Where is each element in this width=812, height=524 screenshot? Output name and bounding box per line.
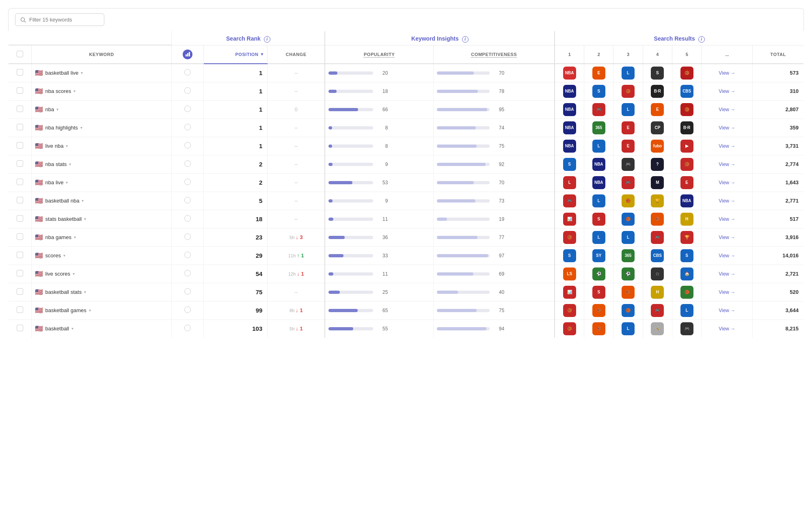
view-link-cell[interactable]: View → bbox=[702, 265, 753, 283]
row-checkbox[interactable] bbox=[17, 142, 23, 149]
app-icon-2[interactable]: NBA bbox=[592, 176, 605, 189]
app-icon-1[interactable]: 🏀 bbox=[563, 231, 576, 244]
app-icon-2-cell[interactable]: SY bbox=[584, 246, 613, 265]
app-icon-1[interactable]: S bbox=[563, 249, 576, 262]
app-icon-4-cell[interactable]: S bbox=[643, 64, 672, 82]
app-icon-1[interactable]: 🏀 bbox=[563, 322, 576, 335]
app-icon-2[interactable]: S bbox=[592, 213, 605, 226]
app-icon-1[interactable]: 🏀 bbox=[563, 304, 576, 317]
app-icon-5[interactable]: H bbox=[680, 213, 693, 226]
view-link-cell[interactable]: View → bbox=[702, 192, 753, 210]
search-box[interactable] bbox=[15, 13, 104, 26]
app-icon-3[interactable]: L bbox=[622, 67, 635, 80]
view-link-cell[interactable]: View → bbox=[702, 155, 753, 173]
app-icon-3[interactable]: E bbox=[622, 140, 635, 153]
app-icon-2-cell[interactable]: 🏀 bbox=[584, 319, 613, 338]
position-col-header[interactable]: POSITION ▼ bbox=[204, 45, 268, 64]
row-checkbox[interactable] bbox=[17, 233, 23, 240]
app-icon-1-cell[interactable]: 📊 bbox=[555, 210, 584, 228]
app-icon-4-cell[interactable]: ? bbox=[643, 155, 672, 173]
app-icon-4[interactable]: S bbox=[651, 67, 664, 80]
app-icon-1-cell[interactable]: S bbox=[555, 155, 584, 173]
app-icon-2[interactable]: S bbox=[592, 85, 605, 98]
app-icon-4[interactable]: 🎮 bbox=[651, 304, 664, 317]
app-icon-3-cell[interactable]: L bbox=[613, 64, 643, 82]
app-icon-3-cell[interactable]: L bbox=[613, 319, 643, 338]
app-icon-3-cell[interactable]: E bbox=[613, 119, 643, 137]
keyword-dropdown-arrow[interactable]: ▾ bbox=[66, 180, 68, 185]
chart-radio[interactable] bbox=[184, 306, 191, 313]
app-icon-2-cell[interactable]: E bbox=[584, 64, 613, 82]
keyword-dropdown-arrow[interactable]: ▾ bbox=[73, 272, 75, 276]
app-icon-1[interactable]: NBA bbox=[563, 140, 576, 153]
app-icon-5-cell[interactable]: 🏀 bbox=[672, 155, 702, 173]
app-icon-3-cell[interactable]: 🎮 bbox=[613, 173, 643, 192]
chart-radio[interactable] bbox=[184, 325, 191, 331]
view-link-cell[interactable]: View → bbox=[702, 100, 753, 119]
app-icon-1[interactable]: NBA bbox=[563, 103, 576, 116]
view-link[interactable]: View → bbox=[719, 253, 735, 259]
chart-radio[interactable] bbox=[184, 142, 191, 149]
app-icon-4-cell[interactable]: B·R bbox=[643, 82, 672, 100]
app-icon-1[interactable]: 📊 bbox=[563, 213, 576, 226]
keyword-dropdown-arrow[interactable]: ▾ bbox=[56, 107, 58, 112]
row-checkbox[interactable] bbox=[17, 106, 23, 112]
app-icon-3[interactable]: L bbox=[622, 231, 635, 244]
keyword-dropdown-arrow[interactable]: ▾ bbox=[69, 162, 71, 166]
app-icon-3[interactable]: 🏀 bbox=[622, 286, 635, 299]
chart-radio[interactable] bbox=[184, 270, 191, 276]
row-checkbox-cell[interactable] bbox=[9, 64, 32, 82]
app-icon-4[interactable]: CP bbox=[651, 121, 664, 134]
keyword-dropdown-arrow[interactable]: ▾ bbox=[84, 217, 86, 221]
view-link-cell[interactable]: View → bbox=[702, 319, 753, 338]
app-icon-5[interactable]: NBA bbox=[680, 194, 693, 207]
app-icon-3-cell[interactable]: 🏀 bbox=[613, 283, 643, 301]
app-icon-2-cell[interactable]: L bbox=[584, 228, 613, 246]
app-icon-4[interactable]: 🎮 bbox=[651, 231, 664, 244]
view-link[interactable]: View → bbox=[719, 70, 735, 76]
app-icon-1[interactable]: L bbox=[563, 176, 576, 189]
app-icon-5-cell[interactable]: H bbox=[672, 210, 702, 228]
search-results-info-icon[interactable]: i bbox=[698, 36, 705, 43]
row-checkbox-cell[interactable] bbox=[9, 82, 32, 100]
view-link-cell[interactable]: View → bbox=[702, 301, 753, 319]
app-icon-4-cell[interactable]: □ bbox=[643, 265, 672, 283]
search-input[interactable] bbox=[29, 17, 99, 23]
view-link-cell[interactable]: View → bbox=[702, 246, 753, 265]
keyword-dropdown-arrow[interactable]: ▾ bbox=[80, 125, 82, 130]
app-icon-1-cell[interactable]: 🏀 bbox=[555, 301, 584, 319]
app-icon-1[interactable]: S bbox=[563, 158, 576, 171]
app-icon-3-cell[interactable]: L bbox=[613, 100, 643, 119]
app-icon-5[interactable]: L bbox=[680, 304, 693, 317]
app-icon-4-cell[interactable]: 🎮 bbox=[643, 228, 672, 246]
app-icon-1[interactable]: 🎮 bbox=[563, 194, 576, 207]
app-icon-3-cell[interactable]: 365 bbox=[613, 246, 643, 265]
app-icon-1[interactable]: NBA bbox=[563, 121, 576, 134]
select-all-checkbox[interactable] bbox=[17, 51, 23, 57]
app-icon-3-cell[interactable]: E bbox=[613, 137, 643, 155]
chart-radio[interactable] bbox=[184, 106, 191, 112]
view-link[interactable]: View → bbox=[719, 180, 735, 185]
chart-select-cell[interactable] bbox=[172, 319, 204, 338]
view-link-cell[interactable]: View → bbox=[702, 173, 753, 192]
app-icon-3-cell[interactable]: 🎮 bbox=[613, 155, 643, 173]
app-icon-1[interactable]: LS bbox=[563, 267, 576, 280]
position-sort-arrow[interactable]: ▼ bbox=[260, 52, 264, 56]
app-icon-4[interactable]: 🤸 bbox=[651, 322, 664, 335]
app-icon-1-cell[interactable]: NBA bbox=[555, 82, 584, 100]
app-icon-3-cell[interactable]: 🏀 bbox=[613, 192, 643, 210]
app-icon-3-cell[interactable]: ⚽ bbox=[613, 265, 643, 283]
app-icon-4-cell[interactable]: 🎮 bbox=[643, 301, 672, 319]
app-icon-2[interactable]: SY bbox=[592, 249, 605, 262]
chart-select-cell[interactable] bbox=[172, 210, 204, 228]
row-checkbox[interactable] bbox=[17, 87, 23, 94]
keyword-insights-info-icon[interactable]: i bbox=[462, 36, 469, 43]
app-icon-1-cell[interactable]: 🏀 bbox=[555, 228, 584, 246]
app-icon-5-cell[interactable]: S bbox=[672, 246, 702, 265]
view-link[interactable]: View → bbox=[719, 289, 735, 295]
app-icon-4[interactable]: E bbox=[651, 103, 664, 116]
chart-radio[interactable] bbox=[184, 233, 191, 240]
app-icon-4[interactable]: H bbox=[651, 286, 664, 299]
chart-select-cell[interactable] bbox=[172, 265, 204, 283]
app-icon-1-cell[interactable]: NBA bbox=[555, 137, 584, 155]
